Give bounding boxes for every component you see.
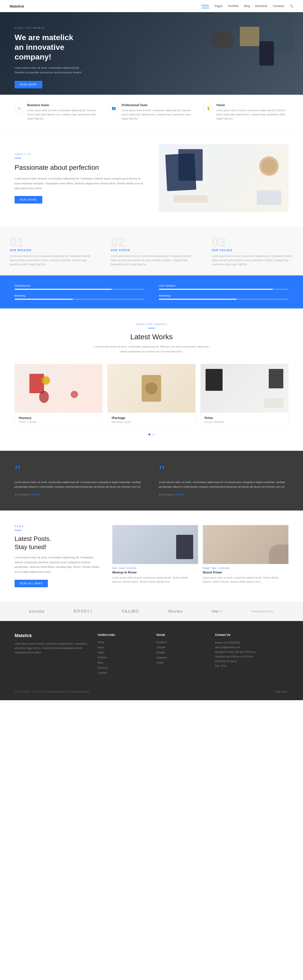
news-cta-button[interactable]: READ ALL NEWS xyxy=(14,580,48,587)
about-image xyxy=(159,144,289,212)
nav-link-home[interactable]: Home xyxy=(201,4,209,8)
footer-social-linkedin[interactable]: LinkedIn xyxy=(156,646,205,649)
portfolio-img-pulse xyxy=(201,364,288,413)
nav-link-portfolio[interactable]: Portfolio xyxy=(228,4,239,8)
footer-social-twitter[interactable]: Twitter xyxy=(156,661,205,664)
skill-label-development: Development xyxy=(14,284,144,287)
mvv-label-vision: OUR VISION xyxy=(111,249,192,251)
about-title: Passionate about perfection xyxy=(14,163,144,172)
portfolio-card-ipackage[interactable]: iPackage Marketing / Social xyxy=(107,364,195,427)
news-card-2[interactable]: People · Topic 12.05.2016 Brand Power Lo… xyxy=(203,525,289,584)
portfolio-dot-1[interactable] xyxy=(148,434,150,436)
nav-logo[interactable]: Matelick xyxy=(10,4,24,8)
skill-bar-bg-branding xyxy=(14,299,144,300)
testimonial-company-2: AC Company xyxy=(159,493,173,496)
quote-mark-2: " xyxy=(159,465,289,476)
news-card-desc-2: Lorem ipsum dolor sit amet, consectetur … xyxy=(203,576,289,584)
news-card-title-2: Brand Power xyxy=(203,571,289,574)
news-title: Latest Posts.Stay tuned! xyxy=(14,535,102,551)
testimonial-item-1: " Lorem ipsum dolor sit amet, consectetu… xyxy=(14,465,144,496)
portfolio-line xyxy=(148,328,155,328)
footer-social-facebook[interactable]: Facebook xyxy=(156,640,205,644)
testimonial-name-2: John Doe xyxy=(174,493,184,496)
footer-col-links: Useful Links Home About Pages Portfolio … xyxy=(98,633,147,676)
footer-link-elements[interactable]: Elements xyxy=(98,666,147,669)
nav-link-elements[interactable]: Elements xyxy=(255,4,268,8)
news-card-1[interactable]: Tech · Social 02.ii.2016 Meetup In Rome … xyxy=(112,525,198,584)
footer-link-home[interactable]: Home xyxy=(98,640,147,644)
back-to-top-button[interactable]: Back to top ↑ xyxy=(276,690,289,693)
skill-bar-fill-branding xyxy=(14,299,73,300)
footer-link-contacts[interactable]: Contacts xyxy=(98,671,147,675)
news-eyebrow: NEWS xyxy=(14,525,102,528)
footer-copyright: © 2016 Matelick - Corporate Mini Templat… xyxy=(14,690,89,693)
portfolio-card-pulse[interactable]: Pulse Design / Branding xyxy=(201,364,289,427)
brands-section: envato BRUELI VALMO Reven dap + Puredesi… xyxy=(0,602,303,621)
footer-links-heading: Useful Links xyxy=(98,633,147,636)
about-desc: Lorem ipsum dolor sit amet, consectetur … xyxy=(14,176,144,191)
footer-contact-hours-1: Monday to Friday 9:00 am to 8:00 pm xyxy=(215,650,289,654)
testimonial-company-1: AC Company xyxy=(14,493,29,496)
portfolio-section: CREATIVE AGENCY Latest Works Lorem ipsum… xyxy=(0,309,303,451)
footer-social-google[interactable]: Google+ xyxy=(156,651,205,654)
footer-contact-hours-2: Saturday from 9:00 am to 12:00 pm xyxy=(215,654,289,659)
brand-reven: Reven xyxy=(168,609,182,614)
portfolio-desc: Lorem ipsum dolor sit amet, consectetur … xyxy=(91,344,212,354)
skill-label-branding: Branding xyxy=(14,294,144,297)
testimonial-item-2: " Lorem ipsum dolor sit amet, consectetu… xyxy=(159,465,289,496)
features-section: ◎ Business Goals Lorem ipsum dolor sit a… xyxy=(0,95,303,130)
about-line xyxy=(14,158,21,158)
skill-bar-fill-ui xyxy=(159,289,273,290)
footer-link-portfolio[interactable]: Portfolio xyxy=(98,656,147,659)
mvv-desc-values: Lorem ipsum dolor sit amet, consectetur … xyxy=(212,254,293,266)
about-text: ABOUT US Passionate about perfection Lor… xyxy=(14,153,144,204)
footer-link-about[interactable]: About xyxy=(98,646,147,649)
nav-link-pages[interactable]: Pages xyxy=(215,4,223,8)
hero-title: We are matelickan innovative company! xyxy=(14,33,102,62)
portfolio-dot-2[interactable] xyxy=(153,434,155,436)
footer-link-blog[interactable]: Blog xyxy=(98,661,147,664)
news-card-meta-1: Tech · Social 02.ii.2016 xyxy=(112,567,198,569)
feature-desc-goals: Lorem ipsum dolor sit amet, consectetur … xyxy=(27,108,99,121)
testimonial-text-2: Lorem ipsum dolor sit amet, consectetur … xyxy=(159,480,289,490)
footer-col-about: Matelick Lorem ipsum dolor sit amet, con… xyxy=(14,633,88,676)
brand-brueli: BRUELI xyxy=(73,609,92,614)
footer-contact-email: Mail mail@domain.com xyxy=(215,645,289,650)
nav-link-contacts[interactable]: Contacts xyxy=(273,4,284,8)
mvv-desc-vision: Lorem ipsum dolor sit amet, consectetur … xyxy=(111,254,192,266)
footer-link-pages[interactable]: Pages xyxy=(98,651,147,654)
mvv-desc-mission: Lorem ipsum dolor sit amet, consectetur … xyxy=(10,254,91,266)
footer-col-contact: Contact Us Phone +39 123456789 Mail mail… xyxy=(215,633,289,676)
quote-mark-1: " xyxy=(14,465,144,476)
nav-link-blog[interactable]: Blog xyxy=(244,4,250,8)
feature-item-team: 👥 Professional Team Lorem ipsum dolor si… xyxy=(109,103,194,121)
skill-bar-bg-marketing xyxy=(159,299,289,300)
about-cta-button[interactable]: READ MORE xyxy=(14,196,42,204)
skill-bar-bg-ui xyxy=(159,289,289,290)
skill-bar-fill-development xyxy=(14,289,112,290)
feature-item-goals: ◎ Business Goals Lorem ipsum dolor sit a… xyxy=(14,103,99,121)
footer-social-instagram[interactable]: Instagram xyxy=(156,656,205,659)
mvv-section: 01 OUR MISSION Lorem ipsum dolor sit ame… xyxy=(0,227,303,275)
portfolio-name-ipackage: iPackage xyxy=(112,416,191,420)
portfolio-cat-pulse: Design / Branding xyxy=(204,421,284,423)
news-card-desc-1: Lorem ipsum dolor sit amet, consectetur … xyxy=(112,576,198,584)
brand-envato: envato xyxy=(29,609,45,614)
portfolio-info-pulse: Pulse Design / Branding xyxy=(201,413,288,427)
feature-title-vision: Vision xyxy=(216,103,289,107)
feature-item-vision: 💡 Vision Lorem ipsum dolor sit amet, con… xyxy=(204,103,289,121)
footer-links-list: Home About Pages Portfolio Blog Elements… xyxy=(98,640,147,675)
navbar: Matelick Home Pages Portfolio Blog Eleme… xyxy=(0,0,303,12)
mvv-number-vision: 02 xyxy=(111,236,192,248)
hero-cta-button[interactable]: READ MORE xyxy=(14,81,42,88)
news-section: NEWS Latest Posts.Stay tuned! Lorem ipsu… xyxy=(0,511,303,602)
feature-title-team: Professional Team xyxy=(122,103,194,107)
footer-col-social: Social Facebook LinkedIn Google+ Instagr… xyxy=(156,633,205,676)
news-line xyxy=(14,530,21,530)
footer-top: Matelick Lorem ipsum dolor sit amet, con… xyxy=(14,633,289,676)
skill-bar-fill-marketing xyxy=(159,299,237,300)
portfolio-card-housery[interactable]: Housery Visual / Concept xyxy=(14,364,102,427)
search-icon[interactable]: 🔍 xyxy=(290,4,293,8)
nav-links: Home Pages Portfolio Blog Elements Conta… xyxy=(201,4,293,8)
news-left: NEWS Latest Posts.Stay tuned! Lorem ipsu… xyxy=(14,525,102,587)
